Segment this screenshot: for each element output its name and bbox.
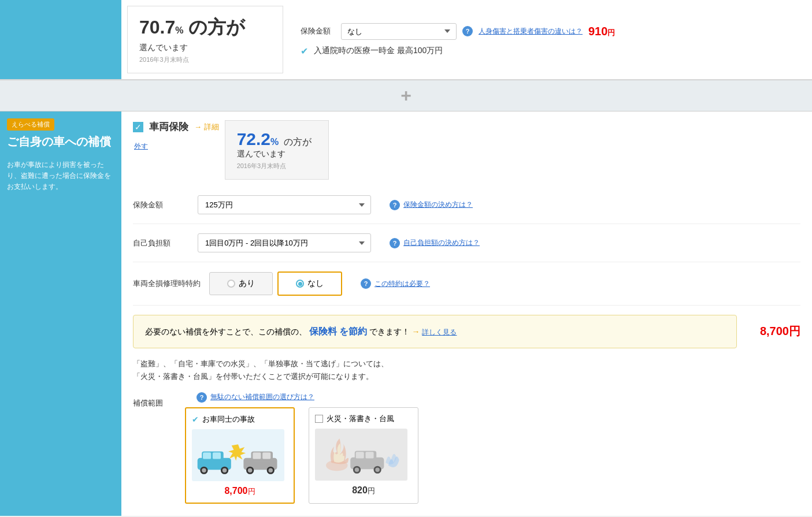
- insurance-amount-label: 保険金額: [133, 200, 191, 210]
- svg-rect-12: [262, 452, 270, 459]
- top-left-blue: [0, 0, 121, 79]
- notice-prefix: 必要のない補償を外すことで、この補償の、: [145, 327, 307, 336]
- top-field-label: 保険金額: [301, 26, 335, 36]
- coverage-range-label: 補償範囲: [133, 392, 179, 408]
- desc-text: 「盗難」、「自宅・車庫での水災」、「単独事故・当て逃げ」については、 「火災・落…: [133, 358, 737, 383]
- insurance-amount-select[interactable]: 125万円 100万円 150万円 200万円: [198, 195, 371, 214]
- coverage-remove-link[interactable]: 外す: [134, 142, 148, 151]
- svg-point-25: [375, 467, 380, 472]
- insurance-amount-help-link[interactable]: 保険金額の決め方は？: [403, 200, 473, 210]
- check-icon-medical: ✔: [301, 46, 308, 57]
- svg-marker-8: [228, 444, 246, 460]
- plus-divider: +: [0, 80, 812, 111]
- total-loss-help-icon[interactable]: ?: [361, 278, 371, 289]
- coverage-detail-link[interactable]: → 詳細: [194, 122, 219, 132]
- card-fire-typhoon-image: [315, 429, 407, 481]
- coverage-header-row: ✓ 車両保険 → 詳細 外す 72.2% の方が 選んでいます 2: [133, 120, 800, 188]
- top-section: 70.7% の方が 選んでいます 2016年3月末時点 保険金額 なし 100万…: [0, 0, 812, 80]
- card-car-accident[interactable]: ✔ お車同士の事故: [185, 407, 295, 504]
- right-price-number: 8,700: [760, 325, 789, 337]
- top-price-unit: 円: [607, 28, 615, 37]
- svg-rect-20: [356, 452, 364, 458]
- notice-and-coverage-area: 必要のない補償を外すことで、この補償の、 保険料 を節約 できます！ → 詳しく…: [133, 315, 737, 504]
- notice-arrow: →: [412, 327, 422, 336]
- coverage-percent-value: 72.2: [237, 129, 270, 148]
- top-price: 910円: [588, 25, 615, 38]
- deductible-help-row: ? 自己負担額の決め方は？: [390, 238, 480, 248]
- coverage-cards-container: ✔ お車同士の事故: [185, 407, 425, 504]
- sidebar-description: お車が事故により損害を被ったり、盗難に遭った場合に保険金をお支払いします。: [0, 155, 121, 198]
- sidebar: えらべる補償 ご自身の車への補償 お車が事故により損害を被ったり、盗難に遭った場…: [0, 111, 121, 516]
- coverage-choosing: 選んでいます: [237, 149, 317, 159]
- top-medical-text: 入通院時の医療一時金 最高100万円: [314, 46, 443, 56]
- card-car-accident-price-value: 8,700: [224, 486, 247, 496]
- vehicle-insurance-checkbox[interactable]: ✓: [133, 122, 143, 132]
- deductible-label: 自己負担額: [133, 238, 191, 248]
- total-loss-row: 車両全損修理時特約 あり なし ? この特約は必要？: [133, 271, 800, 306]
- radio-dot-ari: [227, 280, 235, 288]
- coverage-range-help-row: ? 無駄のない補償範囲の選び方は？: [196, 392, 314, 403]
- insurance-amount-help-icon[interactable]: ?: [390, 200, 400, 210]
- svg-point-5: [202, 468, 206, 473]
- deductible-select[interactable]: 1回目0万円 - 2回目以降10万円 5万円 10万円: [198, 233, 371, 252]
- top-percent-value: 70.7: [139, 17, 175, 38]
- plus-symbol: +: [401, 85, 411, 106]
- card-fire-typhoon[interactable]: 火災・落書き・台風: [309, 407, 418, 504]
- svg-point-7: [223, 468, 227, 473]
- car-collision-svg: [195, 432, 281, 478]
- total-loss-radio-group: あり なし: [209, 271, 342, 296]
- card-car-accident-check-icon: ✔: [192, 415, 199, 424]
- sidebar-title: ご自身の車への補償: [0, 134, 121, 155]
- coverage-cards-area: ? 無駄のない補償範囲の選び方は？ ✔ お車同士の事故: [179, 392, 425, 504]
- total-loss-label: 車両全損修理時特約: [133, 278, 202, 289]
- coverage-percent: 72.2%: [237, 129, 284, 148]
- deductible-help-icon[interactable]: ?: [390, 238, 400, 248]
- car-fire-svg: [318, 432, 405, 478]
- deductible-help-link[interactable]: 自己負担額の決め方は？: [403, 238, 480, 248]
- coverage-stats-box: 72.2% の方が 選んでいます 2016年3月末時点: [225, 120, 329, 180]
- card-car-accident-header: ✔ お車同士の事故: [192, 414, 288, 425]
- coverage-range-help-link[interactable]: 無駄のない補償範囲の選び方は？: [210, 392, 314, 402]
- top-percent-suffix: の方が: [188, 17, 245, 38]
- top-choosing-label: 選んでいます: [139, 43, 271, 53]
- right-price-value: 8,700円: [760, 323, 800, 339]
- radio-ari[interactable]: あり: [209, 272, 273, 295]
- coverage-range-section: 補償範囲 ? 無駄のない補償範囲の選び方は？: [133, 392, 737, 504]
- svg-rect-21: [366, 452, 374, 458]
- notice-suffix: できます！: [369, 327, 410, 336]
- top-percent-unit: %: [175, 25, 183, 35]
- top-medical-row: ✔ 入通院時の医療一時金 最高100万円: [301, 46, 800, 57]
- top-help-link[interactable]: 人身傷害と搭乗者傷害の違いは？: [479, 27, 583, 36]
- right-price-column: 8,700円: [743, 315, 800, 339]
- top-help-icon[interactable]: ?: [462, 26, 473, 36]
- total-loss-help-link[interactable]: この特約は必要？: [375, 279, 430, 289]
- top-price-value: 910: [588, 25, 607, 38]
- svg-point-23: [355, 467, 359, 472]
- radio-nashi-label: なし: [307, 278, 324, 289]
- svg-rect-2: [203, 452, 211, 459]
- card-fire-typhoon-header: 火災・落書き・台風: [315, 414, 412, 424]
- total-loss-help-row: ? この特約は必要？: [361, 278, 430, 289]
- top-stat-date: 2016年3月末時点: [139, 55, 271, 64]
- notice-and-price-row: 必要のない補償を外すことで、この補償の、 保険料 を節約 できます！ → 詳しく…: [133, 315, 800, 504]
- content-area: ✓ 車両保険 → 詳細 外す 72.2% の方が 選んでいます 2: [121, 111, 812, 516]
- coverage-date: 2016年3月末時点: [237, 162, 317, 170]
- coverage-range-help-icon[interactable]: ?: [196, 392, 207, 403]
- card-car-accident-image: [192, 429, 284, 481]
- coverage-title: 車両保険: [149, 120, 188, 133]
- notice-bold1: 保険料: [309, 326, 337, 336]
- top-insurance-row: 保険金額 なし 100万円 200万円 ? 人身傷害と搭乗者傷害の違いは？ 91…: [301, 23, 800, 40]
- top-insurance-select[interactable]: なし 100万円 200万円: [341, 23, 457, 40]
- main-section: えらべる補償 ご自身の車への補償 お車が事故により損害を被ったり、盗難に遭った場…: [0, 111, 812, 516]
- svg-rect-3: [213, 452, 221, 459]
- right-price-unit: 円: [789, 325, 800, 337]
- notice-detail-link[interactable]: 詳しく見る: [422, 328, 457, 336]
- radio-dot-nashi: [296, 280, 304, 288]
- card-fire-typhoon-checkbox[interactable]: [315, 415, 323, 423]
- card-fire-typhoon-price: 820円: [315, 485, 412, 496]
- sidebar-badge: えらべる補償: [7, 118, 54, 131]
- svg-point-16: [269, 468, 273, 473]
- radio-ari-label: あり: [239, 278, 255, 289]
- radio-nashi[interactable]: なし: [277, 271, 342, 296]
- card-car-accident-price: 8,700円: [192, 486, 288, 497]
